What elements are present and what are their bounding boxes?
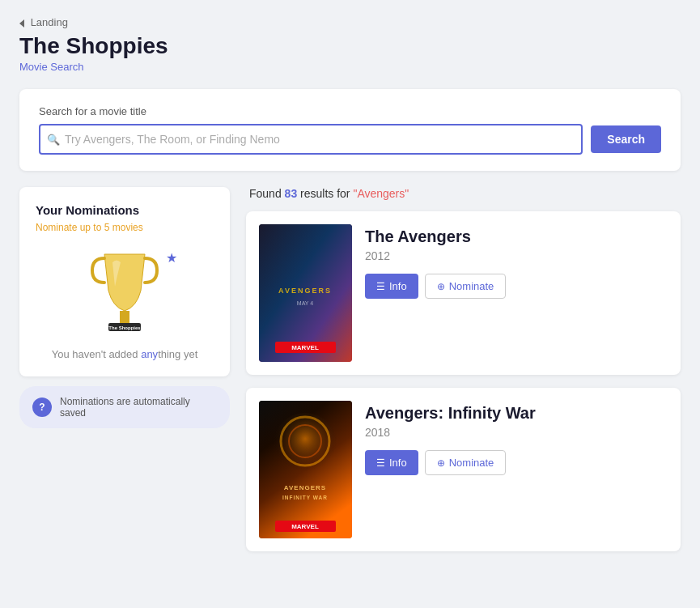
svg-text:MARVEL: MARVEL bbox=[291, 344, 319, 351]
back-icon bbox=[19, 19, 24, 28]
svg-text:AVENGERS: AVENGERS bbox=[284, 484, 326, 491]
svg-rect-0 bbox=[120, 311, 129, 323]
auto-save-card: ? Nominations are automatically saved bbox=[19, 386, 230, 428]
trophy-area: The Shoppies ★ bbox=[36, 246, 214, 335]
nominate-icon: ⊕ bbox=[437, 281, 445, 292]
search-icon: 🔍 bbox=[47, 134, 60, 146]
nominate-icon: ⊕ bbox=[437, 457, 445, 469]
movie-actions: ☰ Info ⊕ Nominate bbox=[365, 450, 668, 475]
movie-card: AVENGERS INFINITY WAR MARVEL Avengers: I… bbox=[246, 388, 681, 551]
page-title: The Shoppies bbox=[19, 33, 681, 59]
info-label: Info bbox=[389, 457, 407, 469]
svg-text:AVENGERS: AVENGERS bbox=[278, 287, 332, 295]
sidebar: Your Nominations Nominate up to 5 movies bbox=[19, 187, 230, 428]
movie-card: AVENGERS MAY 4 MARVEL The Avengers 2012 … bbox=[246, 211, 681, 375]
search-input[interactable] bbox=[39, 124, 583, 155]
movie-title: Avengers: Infinity War bbox=[365, 404, 668, 423]
movie-year: 2012 bbox=[365, 249, 668, 262]
movie-info: Avengers: Infinity War 2018 ☰ Info ⊕ Nom… bbox=[365, 401, 668, 538]
search-label: Search for a movie title bbox=[39, 105, 661, 117]
results-count: 83 bbox=[285, 187, 298, 200]
movie-actions: ☰ Info ⊕ Nominate bbox=[365, 274, 668, 299]
nominations-empty: You haven't added anything yet bbox=[36, 348, 214, 360]
nominations-subtitle: Nominate up to 5 movies bbox=[36, 222, 214, 233]
nominations-card: Your Nominations Nominate up to 5 movies bbox=[19, 187, 230, 376]
results-query: "Avengers" bbox=[353, 187, 409, 200]
search-card: Search for a movie title 🔍 Search bbox=[19, 89, 681, 171]
movie-info: The Avengers 2012 ☰ Info ⊕ Nominate bbox=[365, 224, 668, 362]
movie-poster: AVENGERS INFINITY WAR MARVEL bbox=[259, 401, 352, 538]
search-button[interactable]: Search bbox=[591, 125, 661, 153]
movie-poster: AVENGERS MAY 4 MARVEL bbox=[259, 224, 352, 362]
avengers-poster-image: AVENGERS MAY 4 MARVEL bbox=[259, 224, 352, 362]
nominations-title: Your Nominations bbox=[36, 203, 214, 217]
auto-save-text: Nominations are automatically saved bbox=[60, 396, 217, 419]
movie-year: 2018 bbox=[365, 426, 668, 439]
nominate-button[interactable]: ⊕ Nominate bbox=[425, 450, 507, 475]
info-button[interactable]: ☰ Info bbox=[365, 274, 418, 299]
movie-title: The Avengers bbox=[365, 227, 668, 246]
trophy-star-icon: ★ bbox=[166, 250, 177, 266]
search-row: 🔍 Search bbox=[39, 124, 661, 155]
svg-text:MARVEL: MARVEL bbox=[291, 523, 319, 530]
search-input-wrapper: 🔍 bbox=[39, 124, 583, 155]
infinity-war-poster-image: AVENGERS INFINITY WAR MARVEL bbox=[259, 401, 352, 538]
breadcrumb: Landing bbox=[19, 16, 681, 28]
breadcrumb-parent[interactable]: Landing bbox=[31, 16, 68, 28]
highlight-text: any bbox=[141, 348, 158, 360]
info-icon: ☰ bbox=[376, 457, 385, 469]
svg-text:The Shoppies: The Shoppies bbox=[108, 325, 141, 330]
results-header: Found 83 results for "Avengers" bbox=[246, 187, 681, 200]
info-circle-icon: ? bbox=[32, 398, 52, 417]
info-icon: ☰ bbox=[376, 281, 385, 292]
info-button[interactable]: ☰ Info bbox=[365, 450, 418, 475]
svg-text:MAY 4: MAY 4 bbox=[297, 300, 313, 306]
results-area: Found 83 results for "Avengers" bbox=[246, 187, 681, 564]
nominate-label: Nominate bbox=[449, 280, 494, 292]
trophy-icon: The Shoppies bbox=[84, 246, 165, 335]
svg-text:INFINITY WAR: INFINITY WAR bbox=[282, 495, 328, 500]
svg-point-9 bbox=[273, 413, 337, 478]
main-content: Your Nominations Nominate up to 5 movies bbox=[19, 187, 681, 564]
nominate-button[interactable]: ⊕ Nominate bbox=[425, 274, 507, 299]
info-label: Info bbox=[389, 280, 407, 292]
page-subtitle: Movie Search bbox=[19, 61, 681, 73]
nominate-label: Nominate bbox=[449, 457, 494, 469]
